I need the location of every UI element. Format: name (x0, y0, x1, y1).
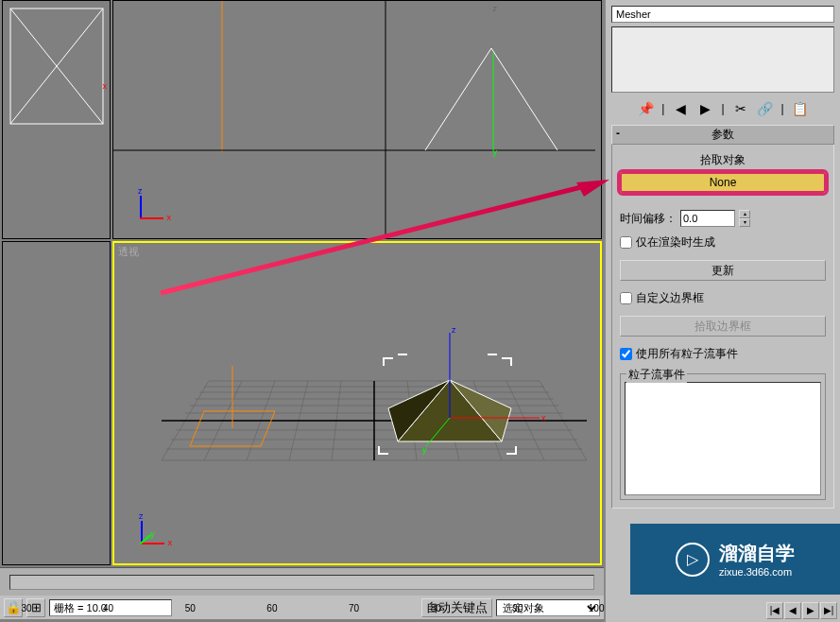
prev-icon[interactable]: ◀ (672, 100, 689, 117)
events-group-label: 粒子流事件 (626, 367, 687, 383)
watermark-title: 溜溜自学 (719, 541, 795, 566)
spinner-up[interactable]: ▴ (739, 210, 750, 218)
time-offset-label: 时间偏移： (620, 211, 677, 227)
lock-button[interactable]: 🔒 (4, 598, 23, 617)
perspective-scene: x y z (114, 243, 600, 563)
svg-text:z: z (452, 325, 456, 335)
pin-icon[interactable]: 📌 (637, 100, 654, 117)
watermark: ▷ 溜溜自学 zixue.3d66.com (630, 524, 840, 595)
pick-bbox-button[interactable]: 拾取边界框 (620, 316, 826, 337)
wireframe-shape (3, 1, 110, 238)
axis-label-z: z (493, 4, 498, 13)
collapse-icon: - (616, 127, 620, 140)
svg-text:x: x (541, 413, 546, 423)
svg-text:y: y (422, 445, 427, 455)
viewport-left[interactable] (2, 241, 111, 565)
use-all-events-checkbox[interactable] (620, 348, 632, 360)
viewport-perspective[interactable]: 透视 (112, 241, 602, 565)
nav-first[interactable]: |◀ (766, 602, 783, 619)
axis-label-y: y (493, 147, 498, 157)
use-all-events-label: 使用所有粒子流事件 (636, 346, 738, 362)
events-list[interactable] (625, 382, 821, 495)
nav-prev[interactable]: ◀ (784, 602, 801, 619)
tool-icons: 📌 | ◀ ▶ | ✂ 🔗 | 📋 (608, 96, 838, 121)
time-offset-input[interactable] (680, 210, 735, 227)
viewport-front[interactable]: y z z x (112, 0, 602, 239)
axis-gizmo: z x (140, 191, 168, 219)
tool-icon-1[interactable]: ✂ (732, 100, 749, 117)
custom-bbox-checkbox[interactable] (620, 292, 632, 304)
next-icon[interactable]: ▶ (696, 100, 713, 117)
rollout-title: 参数 (711, 128, 734, 141)
viewport-top[interactable]: x (2, 0, 111, 239)
color-swatch[interactable] (611, 26, 834, 93)
pick-object-button[interactable]: None (620, 172, 826, 193)
custom-bbox-label: 自定义边界框 (636, 290, 704, 306)
render-only-label: 仅在渲染时生成 (636, 234, 715, 251)
spinner-down[interactable]: ▾ (739, 218, 750, 227)
play-icon: ▷ (676, 543, 710, 577)
watermark-url: zixue.3d66.com (719, 566, 792, 578)
tool-icon-2[interactable]: 🔗 (757, 100, 774, 117)
render-only-checkbox[interactable] (620, 236, 632, 249)
axis-gizmo-persp: z x y (141, 516, 169, 544)
axis-label-x: x (103, 81, 108, 91)
viewport-content (113, 1, 601, 238)
nav-play[interactable]: ▶ (802, 602, 819, 619)
tool-icon-3[interactable]: 📋 (792, 100, 809, 117)
nav-next[interactable]: ▶| (820, 602, 837, 619)
object-name-field[interactable]: Mesher (611, 6, 834, 23)
rollout-header[interactable]: - 参数 (611, 125, 834, 145)
update-button[interactable]: 更新 (620, 260, 826, 281)
timeline[interactable]: 30 40 50 60 70 80 90 100 (0, 567, 604, 596)
pick-section-label: 拾取对象 (620, 152, 826, 168)
